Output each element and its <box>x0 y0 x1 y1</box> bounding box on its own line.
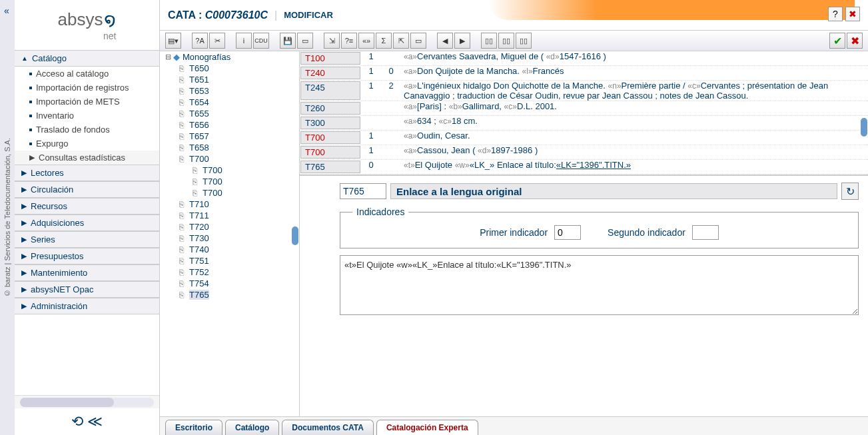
nav-item-4[interactable]: Traslado de fondos <box>15 123 159 137</box>
field-row-T260[interactable]: T260«a»[Paris] : «b»Gallimard, «c»D.L. 2… <box>300 101 868 116</box>
tb-save-icon[interactable]: 💾 <box>280 33 296 49</box>
tb-reject-icon[interactable]: ✖ <box>847 33 863 49</box>
help-button[interactable]: ? <box>828 7 843 21</box>
nav-item-0[interactable]: Acceso al catálogo <box>15 67 159 81</box>
tree-item-T700[interactable]: T700 <box>160 153 299 165</box>
tree-item-T754[interactable]: T754 <box>160 278 299 289</box>
tb-book-icon[interactable]: ▭ <box>410 33 426 49</box>
tab-1[interactable]: Catálogo <box>225 420 279 435</box>
tb-layout2-icon[interactable]: ▯▯ <box>498 33 514 49</box>
tree-scroll-handle[interactable] <box>292 226 298 245</box>
nav-section-1[interactable]: ▶Circulación <box>15 181 159 198</box>
tree-item-T655[interactable]: T655 <box>160 108 299 119</box>
tree-item-T656[interactable]: T656 <box>160 119 299 131</box>
tb-doc-icon[interactable]: ▭ <box>297 33 313 49</box>
tab-0[interactable]: Escritorio <box>165 420 222 435</box>
tree-item-T751[interactable]: T751 <box>160 255 299 266</box>
rewind-icon[interactable]: ≪ <box>87 413 103 430</box>
tb-info-icon[interactable]: i <box>236 33 252 49</box>
nav-section-6[interactable]: ▶Mantenimiento <box>15 264 159 281</box>
tb-layout1-icon[interactable]: ▯▯ <box>481 33 497 49</box>
nav-section-5[interactable]: ▶Presupuestos <box>15 248 159 264</box>
tab-3[interactable]: Catalogación Experta <box>376 420 478 435</box>
ind2-input[interactable] <box>692 225 719 240</box>
field-ind1: 1 <box>361 81 381 101</box>
nav-section-7[interactable]: ▶absysNET Opac <box>15 281 159 298</box>
bullet-icon <box>29 101 32 103</box>
tb-prev-icon[interactable]: ◀ <box>437 33 453 49</box>
field-scroll-handle[interactable] <box>861 118 867 137</box>
refresh-icon[interactable]: ↻ <box>841 183 859 200</box>
nav-item-5[interactable]: Expurgo <box>15 137 159 151</box>
tree-item-T700[interactable]: T700 <box>160 165 299 176</box>
power-icon[interactable]: ⟲ <box>71 413 83 430</box>
field-row-T700[interactable]: T7001«a»Cassou, Jean ( «d»1897-1986 ) <box>300 145 868 160</box>
tab-2[interactable]: Documentos CATA <box>282 420 374 435</box>
editor-tag-input[interactable] <box>340 183 386 199</box>
tb-next-icon[interactable]: ▶ <box>454 33 470 49</box>
tb-list-icon[interactable]: ▤▾ <box>165 33 181 49</box>
tree-item-T711[interactable]: T711 <box>160 210 299 221</box>
tree-root-label: Monografías <box>183 52 230 62</box>
tb-accept-icon[interactable]: ✔ <box>829 33 845 49</box>
tb-layout3-icon[interactable]: ▯▯ <box>516 33 532 49</box>
sidebar-scrollbar[interactable] <box>15 395 159 408</box>
nav-item-6[interactable]: ▶Consultas estadísticas <box>15 151 159 165</box>
nav-item-3[interactable]: Inventario <box>15 109 159 123</box>
field-row-T700[interactable]: T7001«a»Oudin, Cesar. <box>300 131 868 145</box>
bullet-icon <box>29 87 32 89</box>
tree-root[interactable]: ⊟ ◆ Monografías <box>160 51 299 63</box>
tb-qlist-icon[interactable]: ?≡ <box>341 33 357 49</box>
nav-section-0[interactable]: ▶Lectores <box>15 165 159 181</box>
logo: absys໑ net <box>15 0 159 50</box>
logo-main: absys <box>58 9 103 30</box>
tb-swap-icon[interactable]: «» <box>358 33 374 49</box>
tree-item-T657[interactable]: T657 <box>160 131 299 142</box>
ind2-label: Segundo indicador <box>608 227 685 238</box>
tree-item-T710[interactable]: T710 <box>160 199 299 210</box>
arrow-right-icon: ▶ <box>29 153 35 162</box>
field-row-T300[interactable]: T300«a»634 ; «c»18 cm. <box>300 116 868 131</box>
tree-item-T651[interactable]: T651 <box>160 74 299 85</box>
arrow-right-icon: ▶ <box>21 235 27 244</box>
tb-export-icon[interactable]: ⇱ <box>393 33 409 49</box>
nav-section-3[interactable]: ▶Adquisiciones <box>15 215 159 231</box>
sidebar: absys໑ net ▲ Catálogo Acceso al catálogo… <box>15 0 160 435</box>
ind1-input[interactable] <box>554 225 581 240</box>
copy-icon <box>189 189 200 198</box>
tb-import-icon[interactable]: ⇲ <box>324 33 340 49</box>
minus-icon[interactable]: ⊟ <box>165 53 173 61</box>
nav-item-2[interactable]: Importación de METS <box>15 95 159 109</box>
tree-item-T654[interactable]: T654 <box>160 97 299 108</box>
field-ind1: 0 <box>361 160 381 174</box>
nav-catalogo-header[interactable]: ▲ Catálogo <box>15 50 159 67</box>
field-row-T100[interactable]: T1001«a»Cervantes Saavedra, Miguel de ( … <box>300 51 868 66</box>
copy-icon <box>176 98 187 107</box>
nav-section-2[interactable]: ▶Recursos <box>15 198 159 215</box>
tb-scissors-icon[interactable]: ✂ <box>209 33 225 49</box>
tb-qa-icon[interactable]: ?A <box>192 33 208 49</box>
tb-sigma-icon[interactable]: Σ <box>376 33 392 49</box>
collapse-icon[interactable]: « <box>4 5 9 16</box>
editor-area: Enlace a la lengua original ↻ Indicadore… <box>300 175 868 416</box>
tree-item-T765[interactable]: T765 <box>160 289 299 300</box>
tree-item-T752[interactable]: T752 <box>160 266 299 278</box>
tree-item-T658[interactable]: T658 <box>160 142 299 153</box>
tree-item-T653[interactable]: T653 <box>160 85 299 97</box>
field-ind2 <box>381 145 401 159</box>
content-textarea[interactable] <box>340 255 859 315</box>
field-row-T240[interactable]: T24010«a»Don Quijote de la Mancha. «l»Fr… <box>300 66 868 81</box>
tree-item-T700[interactable]: T700 <box>160 187 299 199</box>
nav-section-4[interactable]: ▶Series <box>15 231 159 248</box>
tree-item-T740[interactable]: T740 <box>160 244 299 255</box>
tree-item-T700[interactable]: T700 <box>160 176 299 187</box>
nav-section-8[interactable]: ▶Administración <box>15 298 159 314</box>
tb-cdu-icon[interactable]: CDU <box>253 33 269 49</box>
close-button[interactable]: ✖ <box>845 7 860 21</box>
tree-item-T720[interactable]: T720 <box>160 221 299 232</box>
field-row-T765[interactable]: T7650«t»El Quijote «w»«LK_» Enlace al tí… <box>300 160 868 175</box>
tree-item-T650[interactable]: T650 <box>160 63 299 74</box>
field-row-T245[interactable]: T24512«a»L'ingénieux hidalgo Don Quichot… <box>300 81 868 101</box>
nav-item-1[interactable]: Importación de registros <box>15 81 159 95</box>
tree-item-T730[interactable]: T730 <box>160 232 299 244</box>
